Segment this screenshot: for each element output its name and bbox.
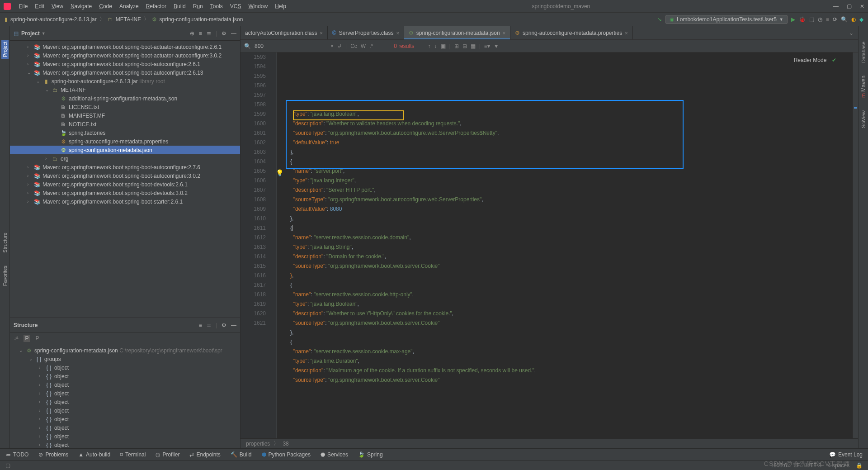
tab-1[interactable]: ©ServerProperties.class× (328, 26, 404, 39)
tree-jar[interactable]: ⌄▮spring-boot-autoconfigure-2.6.13.jar l… (10, 77, 240, 85)
tree-lib-1[interactable]: ›📚Maven: org.springframework.boot:spring… (10, 43, 240, 51)
project-tree[interactable]: ›📚Maven: org.springframework.boot:spring… (10, 41, 240, 318)
tree-file-additional[interactable]: ⚙additional-spring-configuration-metadat… (10, 94, 240, 103)
reader-mode-badge[interactable]: Reader Mode ✔ (791, 54, 839, 66)
tree-lib-4[interactable]: ⌄📚Maven: org.springframework.boot:spring… (10, 68, 240, 77)
tree-lib-9[interactable]: ›📚Maven: org.springframework.boot:spring… (10, 197, 240, 206)
hide-panel-icon[interactable]: — (231, 30, 236, 37)
tree-file-factories[interactable]: 🍃spring.factories (10, 128, 240, 137)
search-input[interactable] (255, 43, 327, 49)
close-icon[interactable]: ✕ (860, 3, 864, 9)
menu-file[interactable]: FFileile (16, 2, 30, 10)
tool-terminal[interactable]: ⌑Terminal (120, 451, 146, 458)
structure-obj[interactable]: ›{ }object (10, 380, 240, 389)
tool-todo[interactable]: ≔TODO (5, 451, 28, 458)
menu-build[interactable]: Build (171, 2, 189, 10)
close-icon[interactable]: × (503, 30, 505, 36)
tree-lib-7[interactable]: ›📚Maven: org.springframework.boot:spring… (10, 180, 240, 189)
coverage-icon[interactable]: ⬚ (809, 16, 814, 23)
close-icon[interactable]: × (396, 30, 399, 36)
tool-window-project[interactable]: Project (1, 40, 9, 59)
vcs-update-icon[interactable]: ⟳ (833, 16, 837, 23)
clear-search-icon[interactable]: × (330, 43, 334, 49)
next-match-icon[interactable]: ↓ (434, 43, 437, 49)
menu-analyze[interactable]: Analyze (117, 2, 142, 10)
locate-icon[interactable]: ⊕ (190, 30, 194, 37)
tool-services[interactable]: ⬣Services (321, 451, 348, 458)
select-all-occ-icon[interactable]: ▦ (471, 43, 476, 49)
fold-column[interactable] (270, 52, 277, 438)
filter-icon[interactable]: ▼ (494, 43, 499, 49)
menu-view[interactable]: View (49, 2, 66, 10)
breadcrumb-1[interactable]: spring-boot-autoconfigure-2.6.13.jar (10, 16, 97, 23)
tool-window-database[interactable]: Database (860, 40, 867, 65)
close-icon[interactable]: × (320, 30, 322, 36)
tool-problems[interactable]: ⊘Problems (38, 451, 68, 458)
view-mode-icon[interactable]: P (24, 335, 30, 342)
tool-endpoints[interactable]: ⇄Endpoints (189, 451, 220, 458)
tree-lib-3[interactable]: ›📚Maven: org.springframework.boot:spring… (10, 60, 240, 68)
gear-icon[interactable]: ⚙ (222, 30, 226, 37)
tree-file-manifest[interactable]: 🗎MANIFEST.MF (10, 111, 240, 120)
breadcrumb-3[interactable]: spring-configuration-metadata.json (160, 16, 243, 23)
menu-run[interactable]: Run (190, 2, 206, 10)
structure-obj[interactable]: ›{ }object (10, 406, 240, 415)
stop-button-icon[interactable]: ■ (826, 16, 829, 23)
tree-lib-8[interactable]: ›📚Maven: org.springframework.boot:spring… (10, 189, 240, 197)
structure-obj[interactable]: ›{ }object (10, 372, 240, 380)
editor-minimap[interactable] (853, 52, 858, 438)
gear-icon[interactable]: ⚙ (222, 322, 226, 328)
code-editor[interactable]: 1593159415951596159715981599160016011602… (241, 52, 858, 438)
tool-spring[interactable]: 🍃Spring (358, 451, 383, 458)
view-mode2-icon[interactable]: P (35, 335, 39, 342)
tree-file-autometa[interactable]: ⚙spring-autoconfigure-metadata.propertie… (10, 137, 240, 146)
tab-0[interactable]: actoryAutoConfiguration.class× (241, 26, 328, 39)
intention-bulb-icon[interactable]: 💡 (276, 168, 283, 178)
chevron-down-icon[interactable]: ▼ (42, 31, 46, 36)
tool-autobuild[interactable]: ▲Auto-build (78, 451, 110, 458)
expand-all-icon[interactable]: ≡ (199, 30, 202, 37)
tree-lib-5[interactable]: ›📚Maven: org.springframework.boot:spring… (10, 163, 240, 171)
tree-file-configmeta[interactable]: ⚙spring-configuration-metadata.json (10, 146, 240, 154)
debug-button-icon[interactable]: 🐞 (799, 16, 806, 23)
match-case-icon[interactable]: Cc (350, 43, 357, 49)
structure-obj[interactable]: ›{ }object (10, 423, 240, 432)
select-all-icon[interactable]: ▣ (441, 43, 446, 49)
regex-icon[interactable]: .* (369, 43, 373, 49)
tab-3[interactable]: ⚙spring-autoconfigure-metadata.propertie… (510, 26, 633, 39)
add-selection-icon[interactable]: ⊞ (454, 43, 459, 49)
tree-folder-org[interactable]: ›🗀org (10, 154, 240, 163)
structure-obj[interactable]: ›{ }object (10, 432, 240, 441)
structure-obj[interactable]: ›{ }object (10, 398, 240, 406)
maximize-icon[interactable]: ▢ (847, 3, 852, 9)
editor-bc-1[interactable]: properties (246, 441, 270, 447)
tree-file-license[interactable]: 🗎LICENSE.txt (10, 103, 240, 111)
codeium-icon[interactable]: ◆ (859, 16, 863, 23)
prev-match-icon[interactable]: ↑ (428, 43, 431, 49)
tool-profiler[interactable]: ◷Profiler (156, 451, 179, 458)
collapse-icon[interactable]: ≣ (207, 322, 211, 328)
structure-obj[interactable]: ›{ }object (10, 389, 240, 398)
ide-settings-icon[interactable]: ◐ (851, 16, 856, 23)
structure-groups[interactable]: ⌄[ ]groups (10, 355, 240, 363)
structure-obj[interactable]: ›{ }object (10, 415, 240, 423)
expand-icon[interactable]: ≡ (199, 322, 202, 328)
sort-alpha-icon[interactable]: ↓ª (14, 335, 18, 342)
run-button-icon[interactable]: ▶ (791, 16, 795, 23)
tree-lib-2[interactable]: ›📚Maven: org.springframework.boot:spring… (10, 51, 240, 60)
menu-edit[interactable]: Edit (32, 2, 47, 10)
tab-list-icon[interactable]: ⌄ (849, 30, 854, 36)
search-everywhere-icon[interactable]: 🔍 (841, 16, 848, 23)
status-icon[interactable]: ▢ (5, 462, 10, 469)
breadcrumb-2[interactable]: META-INF (116, 16, 141, 23)
structure-obj[interactable]: ›{ }object (10, 441, 240, 448)
menu-help[interactable]: Help (272, 2, 289, 10)
words-icon[interactable]: W (361, 43, 366, 49)
tree-file-notice[interactable]: 🗎NOTICE.txt (10, 120, 240, 128)
menu-refactor[interactable]: Refactor (143, 2, 169, 10)
hide-panel-icon[interactable]: — (231, 322, 236, 328)
profile-icon[interactable]: ◷ (818, 16, 822, 23)
collapse-all-icon[interactable]: ≣ (207, 30, 211, 37)
tree-metainf[interactable]: ⌄🗀META-INF (10, 85, 240, 94)
tree-lib-6[interactable]: ›📚Maven: org.springframework.boot:spring… (10, 171, 240, 180)
